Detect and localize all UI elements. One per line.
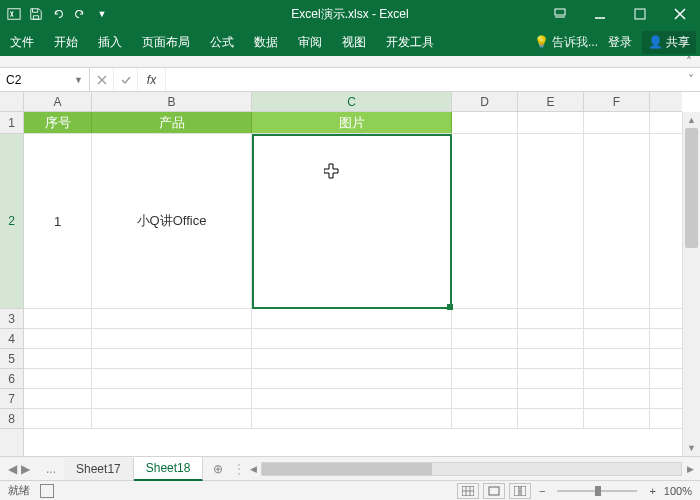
- cell[interactable]: [24, 409, 92, 428]
- sheet-tab[interactable]: Sheet17: [64, 458, 134, 480]
- cell[interactable]: [452, 369, 518, 388]
- enter-formula-icon[interactable]: [114, 68, 138, 91]
- normal-view-button[interactable]: [457, 483, 479, 499]
- sheet-tab-active[interactable]: Sheet18: [134, 457, 204, 481]
- cell[interactable]: [452, 134, 518, 308]
- cell[interactable]: [24, 349, 92, 368]
- cell[interactable]: [252, 389, 452, 408]
- cell[interactable]: [518, 329, 584, 348]
- zoom-out-button[interactable]: −: [535, 485, 549, 497]
- cell[interactable]: [92, 309, 252, 328]
- cell[interactable]: [452, 309, 518, 328]
- cell[interactable]: [92, 389, 252, 408]
- zoom-slider[interactable]: [557, 490, 637, 492]
- name-box[interactable]: C2 ▼: [0, 68, 90, 91]
- cell[interactable]: [584, 329, 650, 348]
- col-header-A[interactable]: A: [24, 92, 92, 111]
- ribbon-collapse-icon[interactable]: ˄: [686, 55, 692, 69]
- scroll-right-icon[interactable]: ▶: [682, 464, 698, 474]
- fx-button[interactable]: fx: [138, 68, 166, 91]
- col-header-D[interactable]: D: [452, 92, 518, 111]
- hscroll-track[interactable]: [261, 462, 682, 476]
- scroll-left-icon[interactable]: ◀: [245, 464, 261, 474]
- ribbon-options-icon[interactable]: [540, 0, 580, 28]
- tab-home[interactable]: 开始: [44, 28, 88, 56]
- cell[interactable]: [452, 329, 518, 348]
- cell[interactable]: [24, 369, 92, 388]
- cell[interactable]: [92, 349, 252, 368]
- horizontal-scrollbar[interactable]: ◀ ▶: [243, 462, 700, 476]
- tab-insert[interactable]: 插入: [88, 28, 132, 56]
- tab-data[interactable]: 数据: [244, 28, 288, 56]
- add-sheet-button[interactable]: ⊕: [203, 462, 233, 476]
- cell[interactable]: [252, 409, 452, 428]
- macro-record-icon[interactable]: [40, 484, 54, 498]
- zoom-slider-thumb[interactable]: [595, 486, 601, 496]
- maximize-button[interactable]: [620, 0, 660, 28]
- cell[interactable]: [252, 309, 452, 328]
- cell[interactable]: [252, 369, 452, 388]
- cell[interactable]: [24, 309, 92, 328]
- cell-B2[interactable]: 小Q讲Office: [92, 134, 252, 308]
- zoom-in-button[interactable]: +: [645, 485, 659, 497]
- tab-developer[interactable]: 开发工具: [376, 28, 444, 56]
- cell-C2[interactable]: [252, 134, 452, 308]
- header-cell-C1[interactable]: 图片: [252, 112, 452, 133]
- zoom-level[interactable]: 100%: [664, 485, 692, 497]
- cell[interactable]: [452, 389, 518, 408]
- tab-review[interactable]: 审阅: [288, 28, 332, 56]
- qat-dropdown-icon[interactable]: ▼: [94, 6, 110, 22]
- sheet-nav-prev-icon[interactable]: ◀: [8, 462, 17, 476]
- cell[interactable]: [92, 409, 252, 428]
- redo-icon[interactable]: [72, 6, 88, 22]
- cell[interactable]: [584, 349, 650, 368]
- row-header-3[interactable]: 3: [0, 309, 23, 329]
- cell-A2[interactable]: 1: [24, 134, 92, 308]
- cell[interactable]: [518, 134, 584, 308]
- cells-area[interactable]: 序号 产品 图片 1 小Q讲Office: [24, 112, 682, 456]
- formula-input[interactable]: [166, 68, 682, 91]
- login-button[interactable]: 登录: [602, 34, 638, 51]
- row-header-7[interactable]: 7: [0, 389, 23, 409]
- cell[interactable]: [92, 369, 252, 388]
- cell[interactable]: [584, 112, 650, 133]
- name-box-dropdown-icon[interactable]: ▼: [74, 75, 83, 85]
- col-header-E[interactable]: E: [518, 92, 584, 111]
- cell[interactable]: [584, 409, 650, 428]
- cell[interactable]: [452, 349, 518, 368]
- scroll-thumb[interactable]: [685, 128, 698, 248]
- cell[interactable]: [452, 409, 518, 428]
- cell[interactable]: [518, 112, 584, 133]
- sheet-nav-next-icon[interactable]: ▶: [21, 462, 30, 476]
- cell[interactable]: [584, 369, 650, 388]
- cell[interactable]: [518, 369, 584, 388]
- cell[interactable]: [518, 409, 584, 428]
- sheet-overflow-prev[interactable]: ...: [38, 462, 64, 476]
- save-icon[interactable]: [28, 6, 44, 22]
- row-header-1[interactable]: 1: [0, 112, 23, 134]
- cell[interactable]: [584, 309, 650, 328]
- page-break-view-button[interactable]: [509, 483, 531, 499]
- cancel-formula-icon[interactable]: [90, 68, 114, 91]
- col-header-C[interactable]: C: [252, 92, 452, 111]
- tab-file[interactable]: 文件: [0, 28, 44, 56]
- header-cell-A1[interactable]: 序号: [24, 112, 92, 133]
- tab-view[interactable]: 视图: [332, 28, 376, 56]
- hscroll-thumb[interactable]: [262, 463, 432, 475]
- cell[interactable]: [24, 389, 92, 408]
- scroll-down-icon[interactable]: ▼: [683, 440, 700, 456]
- row-header-5[interactable]: 5: [0, 349, 23, 369]
- cell[interactable]: [584, 389, 650, 408]
- scroll-up-icon[interactable]: ▲: [683, 112, 700, 128]
- share-button[interactable]: 👤 共享: [642, 31, 696, 54]
- spreadsheet[interactable]: A B C D E F 1 2 3 4 5 6 7 8 序号 产品 图片 1 小…: [0, 92, 700, 456]
- cell[interactable]: [24, 329, 92, 348]
- scroll-track[interactable]: [685, 128, 698, 440]
- cell[interactable]: [252, 349, 452, 368]
- tab-formulas[interactable]: 公式: [200, 28, 244, 56]
- row-header-4[interactable]: 4: [0, 329, 23, 349]
- cell[interactable]: [252, 329, 452, 348]
- cell[interactable]: [92, 329, 252, 348]
- expand-formula-bar-icon[interactable]: ˅: [682, 68, 700, 91]
- close-button[interactable]: [660, 0, 700, 28]
